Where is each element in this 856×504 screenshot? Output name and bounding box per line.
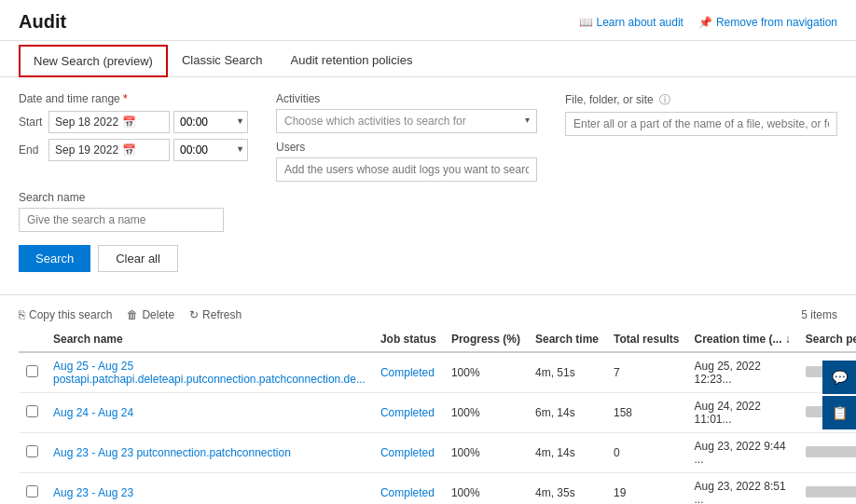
row-progress: 100% [444,433,528,473]
search-button[interactable]: Search [19,245,90,272]
file-input[interactable] [565,112,837,136]
end-label: End [19,143,45,157]
refresh-action[interactable]: ↻ Refresh [189,308,242,321]
top-bar: Audit 📖 Learn about audit 📌 Remove from … [0,0,856,41]
table-header-row: Search name Job status Progress (%) Sear… [19,327,856,352]
search-name-input[interactable] [19,208,224,232]
row-search-time: 4m, 51s [528,352,606,393]
header-job-status: Job status [373,327,444,352]
search-name-link[interactable]: Aug 23 - Aug 23 [53,486,133,499]
row-search-time: 4m, 14s [528,433,606,473]
page-title: Audit [19,11,66,33]
row-job-status: Completed [373,393,444,433]
search-name-link[interactable]: Aug 24 - Aug 24 [53,406,133,419]
form-area: Date and time range * Start Sep 18 2022 … [0,77,856,287]
row-total-results: 0 [606,433,686,473]
calendar-icon-end: 📅 [122,143,136,157]
start-time-wrapper: 00:00 ▾ [173,111,248,133]
row-performed-by [798,433,856,473]
info-icon: ⓘ [659,93,670,106]
start-time-select[interactable]: 00:00 [173,111,248,133]
table-row: Aug 25 - Aug 25 postapi.patchapi.deletea… [19,352,856,393]
chat-icon: 💬 [832,370,848,385]
header-progress: Progress (%) [444,327,528,352]
row-progress: 100% [444,473,528,505]
header-creation-time[interactable]: Creation time (... ↓ [686,327,797,352]
tab-retention-policies[interactable]: Audit retention policies [277,45,427,77]
copy-icon: ⎘ [19,308,25,321]
search-name-link[interactable]: Aug 25 - Aug 25 postapi.patchapi.deletea… [53,360,366,386]
start-date-input[interactable]: Sep 18 2022 📅 [48,111,170,133]
toolbar: ⎘ Copy this search 🗑 Delete ↻ Refresh 5 … [0,303,856,327]
row-progress: 100% [444,352,528,393]
header-search-time: Search time [528,327,606,352]
row-progress: 100% [444,393,528,433]
row-checkbox[interactable] [26,445,38,457]
row-performed-by [798,473,856,505]
tab-classic-search[interactable]: Classic Search [168,45,277,77]
refresh-icon: ↻ [189,308,199,321]
button-row: Search Clear all [19,245,837,272]
feedback-button[interactable]: 📋 [822,396,856,429]
activities-label: Activities [276,92,537,105]
header-performed-by: Search performed by [798,327,856,352]
clear-button[interactable]: Clear all [98,245,178,272]
activities-select[interactable]: Choose which activities to search for [276,109,537,133]
start-label: Start [19,116,45,129]
row-total-results: 158 [606,393,686,433]
results-table: Search name Job status Progress (%) Sear… [19,327,856,504]
top-links: 📖 Learn about audit 📌 Remove from naviga… [579,16,837,29]
tab-new-search[interactable]: New Search (preview) [19,45,168,77]
row-checkbox[interactable] [26,405,38,417]
calendar-icon: 📅 [122,116,136,129]
delete-icon: 🗑 [127,308,138,321]
users-input[interactable] [276,157,537,182]
row-job-status: Completed [373,433,444,473]
book-icon: 📖 [579,16,593,29]
table-row: Aug 23 - Aug 23 Completed 100% 4m, 35s 1… [19,473,856,505]
header-total-results: Total results [606,327,686,352]
chat-button[interactable]: 💬 [822,361,856,394]
row-search-time: 4m, 35s [528,473,606,505]
feedback-icon: 📋 [832,405,848,420]
divider [0,294,856,295]
end-date-input[interactable]: Sep 19 2022 📅 [48,139,170,161]
right-panel: 💬 📋 [822,361,856,429]
row-creation-time: Aug 23, 2022 9:44 ... [686,433,797,473]
end-time-wrapper: 00:00 ▾ [173,139,248,161]
search-name-section: Search name [19,191,837,232]
users-label: Users [276,141,537,154]
learn-about-audit-link[interactable]: 📖 Learn about audit [579,16,683,29]
header-search-name: Search name [46,327,373,352]
unpin-icon: 📌 [698,16,712,29]
results-table-container: Search name Job status Progress (%) Sear… [0,327,856,504]
row-search-name[interactable]: Aug 24 - Aug 24 [46,393,373,433]
date-time-section: Date and time range * Start Sep 18 2022 … [19,92,248,161]
row-search-name[interactable]: Aug 23 - Aug 23 putconnection.patchconne… [46,433,373,473]
delete-action[interactable]: 🗑 Delete [127,308,174,321]
header-checkbox-cell [19,327,46,352]
row-creation-time: Aug 24, 2022 11:01... [686,393,797,433]
row-checkbox-cell[interactable] [19,473,46,505]
table-row: Aug 24 - Aug 24 Completed 100% 6m, 14s 1… [19,393,856,433]
row-checkbox[interactable] [26,485,38,497]
tab-bar: New Search (preview) Classic Search Audi… [0,45,856,77]
row-total-results: 7 [606,352,686,393]
copy-search-action[interactable]: ⎘ Copy this search [19,308,112,321]
remove-from-nav-link[interactable]: 📌 Remove from navigation [698,16,837,29]
toolbar-left: ⎘ Copy this search 🗑 Delete ↻ Refresh [19,308,242,321]
row-search-name[interactable]: Aug 23 - Aug 23 [46,473,373,505]
row-total-results: 19 [606,473,686,505]
row-checkbox-cell[interactable] [19,393,46,433]
end-time-select[interactable]: 00:00 [173,139,248,161]
row-checkbox-cell[interactable] [19,352,46,393]
row-job-status: Completed [373,352,444,393]
table-row: Aug 23 - Aug 23 putconnection.patchconne… [19,433,856,473]
search-name-link[interactable]: Aug 23 - Aug 23 putconnection.patchconne… [53,446,291,459]
row-checkbox-cell[interactable] [19,433,46,473]
row-checkbox[interactable] [26,365,38,377]
activities-users-section: Activities Choose which activities to se… [276,92,537,182]
row-creation-time: Aug 23, 2022 8:51 ... [686,473,797,505]
row-search-name[interactable]: Aug 25 - Aug 25 postapi.patchapi.deletea… [46,352,373,393]
search-name-label: Search name [19,191,837,204]
